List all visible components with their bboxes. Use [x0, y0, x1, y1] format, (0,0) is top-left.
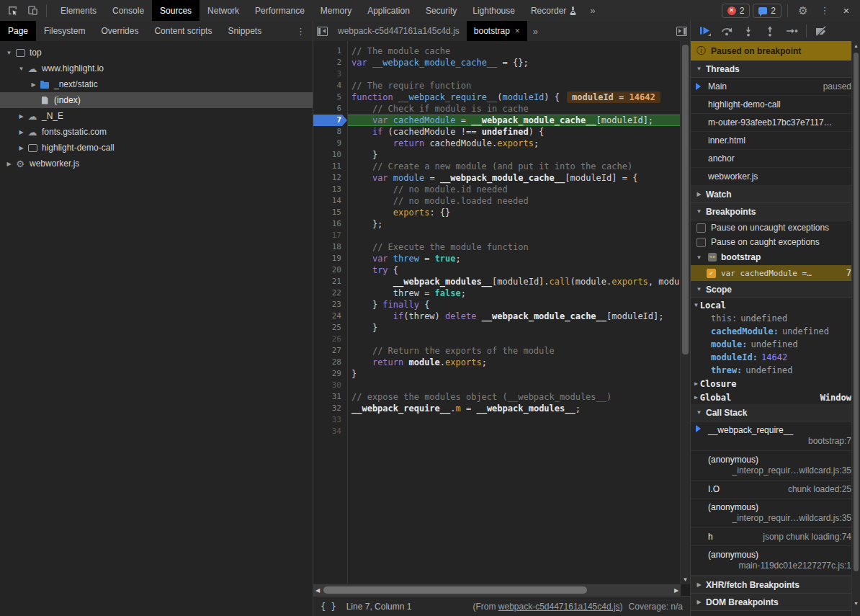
line-number-7[interactable]: 7: [313, 115, 347, 126]
navigator-tab-content-scripts[interactable]: Content scripts: [146, 21, 220, 41]
code-line-10[interactable]: }: [348, 149, 690, 161]
tree-item--n-e[interactable]: ▶☁_N_E: [0, 108, 313, 124]
chevron-right-icon[interactable]: ▶: [17, 129, 26, 135]
scroll-left-arrow-icon[interactable]: ◀: [313, 584, 322, 596]
call-stack-section-header[interactable]: ▼ Call Stack: [691, 404, 860, 421]
code-line-20[interactable]: try {: [348, 264, 690, 276]
code-line-27[interactable]: // Return the exports of the module: [348, 345, 690, 357]
watch-section-header[interactable]: ▶ Watch: [691, 186, 860, 203]
tree-item--index-[interactable]: (index): [0, 92, 313, 108]
editor-tab-webpack-c5d447161a145c4d-js[interactable]: webpack-c5d447161a145c4d.js: [331, 21, 467, 41]
code-line-2[interactable]: var __webpack_module_cache__ = {};: [348, 57, 690, 68]
code-line-8[interactable]: if (cachedModule !== undefined) {: [348, 126, 690, 138]
line-number-13[interactable]: 13: [313, 184, 347, 195]
step-over-button[interactable]: [717, 22, 737, 40]
line-number-27[interactable]: 27: [313, 345, 347, 357]
code-line-14[interactable]: // no module.loaded needed: [348, 195, 690, 207]
code-line-32[interactable]: __webpack_require__.m = __webpack_module…: [348, 403, 690, 414]
scope-variable-this[interactable]: this:undefined: [691, 312, 860, 325]
stack-frame-3[interactable]: (anonymous)_interop_requir…wildcard.js:3…: [691, 499, 860, 528]
line-number-17[interactable]: 17: [313, 230, 347, 241]
thread-item-m-outer-93afeeb17bc37e7117-[interactable]: m-outer-93afeeb17bc37e7117…: [691, 114, 860, 132]
code-line-33[interactable]: [348, 414, 690, 426]
editor-code[interactable]: // The module cachevar __webpack_module_…: [348, 41, 690, 584]
line-number-26[interactable]: 26: [313, 334, 347, 345]
more-tabs-icon[interactable]: »: [584, 0, 601, 21]
line-number-21[interactable]: 21: [313, 276, 347, 287]
pretty-print-icon[interactable]: { }: [321, 602, 336, 612]
threads-section-header[interactable]: ▼ Threads: [691, 61, 860, 78]
line-number-30[interactable]: 30: [313, 380, 347, 391]
code-line-6[interactable]: // Check if module is in cache: [348, 103, 690, 115]
step-out-button[interactable]: [760, 22, 780, 40]
xhr-breakpoints-section-header[interactable]: ▶ XHR/fetch Breakpoints: [691, 576, 860, 594]
line-number-33[interactable]: 33: [313, 414, 347, 426]
line-number-4[interactable]: 4: [313, 80, 347, 91]
code-line-28[interactable]: return module.exports;: [348, 357, 690, 368]
line-number-3[interactable]: 3: [313, 68, 347, 80]
step-into-button[interactable]: [738, 22, 758, 40]
chevron-right-icon[interactable]: ▶: [4, 161, 14, 167]
code-line-1[interactable]: // The module cache: [348, 45, 690, 57]
code-line-30[interactable]: [348, 380, 690, 391]
line-number-32[interactable]: 32: [313, 403, 347, 414]
code-line-9[interactable]: return cachedModule.exports;: [348, 138, 690, 149]
tab-network[interactable]: Network: [200, 0, 247, 21]
tab-console[interactable]: Console: [104, 0, 152, 21]
code-line-34[interactable]: [348, 426, 690, 437]
code-line-31[interactable]: // expose the modules object (__webpack_…: [348, 391, 690, 403]
kebab-menu-icon[interactable]: ⋮: [815, 2, 834, 19]
line-number-9[interactable]: 9: [313, 138, 347, 149]
line-number-10[interactable]: 10: [313, 149, 347, 161]
code-line-23[interactable]: } finally {: [348, 299, 690, 311]
line-number-22[interactable]: 22: [313, 287, 347, 299]
line-number-19[interactable]: 19: [313, 253, 347, 264]
settings-gear-icon[interactable]: ⚙: [794, 2, 812, 19]
error-count-badge[interactable]: × 2: [722, 4, 751, 18]
panel-scrollbar[interactable]: ▲ ▼: [851, 41, 860, 616]
code-line-3[interactable]: [348, 68, 690, 80]
code-line-22[interactable]: threw = false;: [348, 287, 690, 299]
scroll-right-arrow-icon[interactable]: ▶: [672, 584, 681, 596]
tab-lighthouse[interactable]: Lighthouse: [465, 0, 523, 21]
chevron-right-icon[interactable]: ▶: [17, 113, 26, 120]
stack-frame-0[interactable]: __webpack_require__bootstrap:7: [691, 421, 860, 451]
code-line-11[interactable]: // Create a new module (and put it into …: [348, 161, 690, 172]
chevron-right-icon[interactable]: ▶: [29, 81, 38, 88]
chevron-down-icon[interactable]: ▼: [17, 66, 26, 72]
stack-frame-5[interactable]: (anonymous)main-119dc01e2127277c.js:1: [691, 546, 860, 576]
tree-item-top[interactable]: ▼top: [0, 45, 313, 61]
resume-button[interactable]: [695, 22, 715, 40]
source-map-link[interactable]: webpack-c5d447161a145c4d.js: [498, 602, 620, 612]
code-line-15[interactable]: exports: {}: [348, 207, 690, 218]
expand-debugger-icon[interactable]: [673, 21, 690, 41]
tree-item-webworker-js[interactable]: ▶⚙webworker.js: [0, 156, 313, 171]
tree-item--next-static[interactable]: ▶_next/static: [0, 76, 313, 92]
breakpoint-checkbox[interactable]: ✓: [707, 269, 716, 278]
code-line-29[interactable]: }: [348, 368, 690, 380]
code-line-13[interactable]: // no module.id needed: [348, 184, 690, 195]
line-number-24[interactable]: 24: [313, 311, 347, 322]
code-line-12[interactable]: var module = __webpack_module_cache__[mo…: [348, 172, 690, 184]
code-line-19[interactable]: var threw = true;: [348, 253, 690, 264]
code-line-17[interactable]: [348, 230, 690, 241]
tab-performance[interactable]: Performance: [247, 0, 313, 21]
line-number-34[interactable]: 34: [313, 426, 347, 437]
code-line-7[interactable]: var cachedModule = __webpack_module_cach…: [348, 115, 690, 126]
tree-item-www-highlight-io[interactable]: ▼☁www.highlight.io: [0, 61, 313, 76]
more-editor-tabs-icon[interactable]: »: [527, 21, 544, 41]
thread-item-highlight-demo-call[interactable]: highlight-demo-call: [691, 96, 860, 114]
thread-item-webworker-js[interactable]: webworker.js: [691, 168, 860, 186]
line-number-2[interactable]: 2: [313, 57, 347, 68]
device-toolbar-icon[interactable]: [23, 2, 42, 19]
line-number-20[interactable]: 20: [313, 264, 347, 276]
tab-security[interactable]: Security: [418, 0, 465, 21]
navigator-tab-page[interactable]: Page: [0, 21, 36, 41]
navigator-kebab-icon[interactable]: ⋮: [296, 21, 313, 41]
editor-tab-bootstrap[interactable]: bootstrap×: [467, 21, 527, 41]
close-tab-icon[interactable]: ×: [515, 26, 520, 36]
stack-frame-1[interactable]: (anonymous)_interop_requir…wildcard.js:3…: [691, 451, 860, 481]
line-number-5[interactable]: 5: [313, 91, 347, 103]
scope-variable-moduleId[interactable]: moduleId:14642: [691, 351, 860, 364]
line-number-15[interactable]: 15: [313, 207, 347, 218]
